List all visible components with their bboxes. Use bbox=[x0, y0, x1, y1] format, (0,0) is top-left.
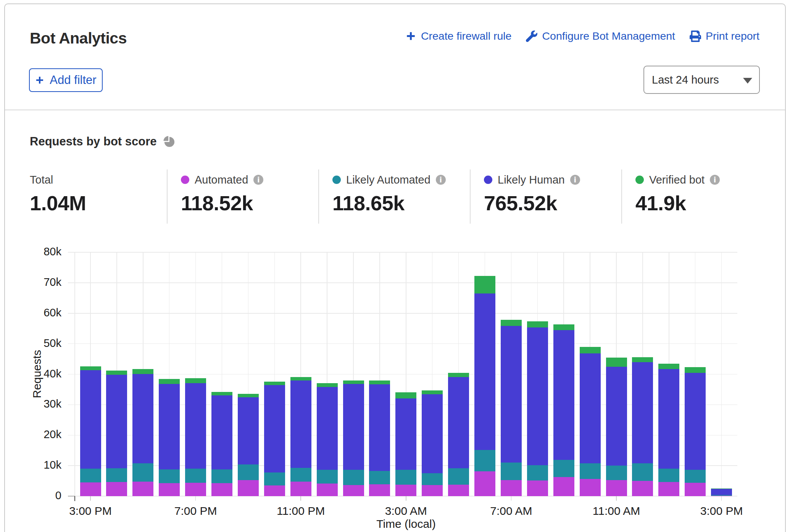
bar-segment-likely-human bbox=[159, 384, 180, 469]
bar-segment-verified-bot bbox=[264, 382, 285, 385]
header-actions: Create firewall ruleConfigure Bot Manage… bbox=[405, 30, 759, 42]
bar-segment-verified-bot bbox=[317, 383, 338, 387]
action-link-label: Configure Bot Management bbox=[542, 30, 675, 42]
y-gridline bbox=[68, 252, 737, 253]
bar-segment-likely-human bbox=[632, 362, 653, 463]
bar-segment-likely-human bbox=[132, 374, 153, 463]
bar-segment-likely-automated bbox=[580, 463, 601, 479]
bar-segment-likely-automated bbox=[80, 469, 101, 482]
x-axis-tick-label: 3:00 PM bbox=[700, 505, 743, 517]
bar-segment-automated bbox=[132, 482, 153, 496]
x-axis-tick-label: 7:00 PM bbox=[174, 505, 217, 517]
bar-segment-likely-automated bbox=[527, 465, 548, 481]
bar-segment-verified-bot bbox=[580, 347, 601, 353]
bar-segment-likely-automated bbox=[553, 460, 574, 477]
info-icon[interactable]: i bbox=[710, 175, 720, 185]
y-axis-tick-label: 80k bbox=[19, 245, 61, 258]
stat-verified-bot: Verified boti41.9k bbox=[621, 169, 773, 224]
stat-value: 1.04M bbox=[30, 191, 167, 215]
create-firewall-rule-link[interactable]: Create firewall rule bbox=[405, 30, 512, 42]
stat-value: 41.9k bbox=[635, 191, 773, 215]
bar-segment-likely-human bbox=[474, 293, 495, 450]
bar-segment-verified-bot bbox=[685, 367, 706, 373]
x-axis-tick bbox=[195, 496, 196, 501]
bar-segment-automated bbox=[685, 483, 706, 496]
axis-origin-tick bbox=[74, 496, 76, 501]
bar-segment-verified-bot bbox=[632, 357, 653, 363]
stat-label-row: Likely Automatedi bbox=[332, 174, 470, 186]
bar-segment-likely-human bbox=[580, 353, 601, 463]
bar-segment-likely-human bbox=[422, 394, 443, 473]
bar-segment-likely-human bbox=[80, 370, 101, 469]
wrench-icon bbox=[526, 31, 537, 42]
bar-segment-automated bbox=[632, 481, 653, 496]
bar-segment-likely-human bbox=[606, 367, 627, 466]
info-icon[interactable]: i bbox=[253, 175, 263, 185]
bar-segment-verified-bot bbox=[238, 394, 259, 397]
bar-segment-likely-human bbox=[685, 373, 706, 470]
bar-segment-automated bbox=[501, 480, 522, 496]
x-axis-tick-label: 3:00 PM bbox=[69, 505, 112, 517]
bar-segment-automated bbox=[290, 482, 311, 496]
bar-segment-likely-automated bbox=[343, 470, 364, 485]
bar-segment-verified-bot bbox=[474, 276, 495, 293]
header-divider bbox=[5, 110, 785, 110]
bar-segment-automated bbox=[343, 485, 364, 496]
bar-segment-verified-bot bbox=[132, 369, 153, 374]
bar-segment-likely-human bbox=[290, 380, 311, 468]
print-report-link[interactable]: Print report bbox=[690, 30, 759, 42]
bar-segment-automated bbox=[422, 485, 443, 496]
bar-segment-automated bbox=[185, 483, 206, 496]
bar-segment-likely-human bbox=[238, 397, 259, 464]
stat-likely-automated: Likely Automatedi118.65k bbox=[318, 169, 470, 224]
bar-segment-verified-bot bbox=[211, 392, 232, 396]
bar-segment-likely-automated bbox=[422, 473, 443, 485]
bar-segment-automated bbox=[211, 483, 232, 496]
bar-segment-verified-bot bbox=[159, 379, 180, 384]
bar-segment-likely-automated bbox=[395, 470, 416, 485]
bar-segment-likely-human bbox=[106, 375, 127, 468]
bar-segment-likely-automated bbox=[106, 468, 127, 482]
info-icon[interactable]: i bbox=[570, 175, 580, 185]
chevron-down-icon bbox=[743, 78, 752, 84]
stat-total: Total1.04M bbox=[30, 169, 167, 224]
configure-bot-management-link[interactable]: Configure Bot Management bbox=[526, 30, 675, 42]
bar-segment-likely-automated bbox=[632, 463, 653, 481]
x-axis-tick bbox=[511, 496, 512, 501]
plus-icon bbox=[405, 31, 416, 42]
stat-label: Verified bot bbox=[649, 174, 705, 186]
stat-label-row: Likely Humani bbox=[484, 174, 621, 186]
x-axis-tick-label: 11:00 AM bbox=[593, 505, 640, 517]
bar-segment-likely-human bbox=[448, 377, 469, 469]
bar-segment-automated bbox=[317, 484, 338, 496]
bar-segment-likely-human bbox=[317, 387, 338, 470]
bar-segment-likely-automated bbox=[501, 463, 522, 480]
x-axis-tick bbox=[90, 496, 91, 501]
section-title: Requests by bot score bbox=[30, 135, 156, 148]
x-axis-tick bbox=[406, 496, 406, 501]
y-axis-tick-label: 0 bbox=[19, 489, 61, 502]
action-link-label: Print report bbox=[706, 30, 759, 42]
bar-segment-automated bbox=[527, 480, 548, 496]
bar-segment-likely-human bbox=[553, 330, 574, 460]
info-icon[interactable]: i bbox=[436, 175, 446, 185]
x-axis-tick bbox=[721, 496, 722, 501]
bar-segment-likely-automated bbox=[606, 466, 627, 480]
bar-segment-verified-bot bbox=[106, 371, 127, 375]
time-range-select[interactable]: Last 24 hours bbox=[643, 66, 760, 94]
bar-segment-automated bbox=[80, 482, 101, 496]
bar-segment-likely-automated bbox=[658, 469, 679, 482]
bar-segment-verified-bot bbox=[527, 321, 548, 327]
bar-segment-likely-human bbox=[711, 489, 732, 495]
bar-segment-likely-human bbox=[211, 395, 232, 469]
bar-segment-likely-human bbox=[369, 384, 390, 471]
bar-segment-likely-automated bbox=[264, 472, 285, 485]
bar-segment-verified-bot bbox=[658, 364, 679, 369]
y-axis-line bbox=[74, 252, 75, 496]
add-filter-button[interactable]: Add filter bbox=[29, 68, 103, 92]
stat-label-row: Total bbox=[30, 174, 167, 186]
bar-segment-likely-automated bbox=[369, 471, 390, 484]
legend-dot-likely-human bbox=[484, 176, 492, 184]
stat-value: 118.52k bbox=[181, 191, 318, 215]
bar-segment-likely-automated bbox=[185, 469, 206, 483]
